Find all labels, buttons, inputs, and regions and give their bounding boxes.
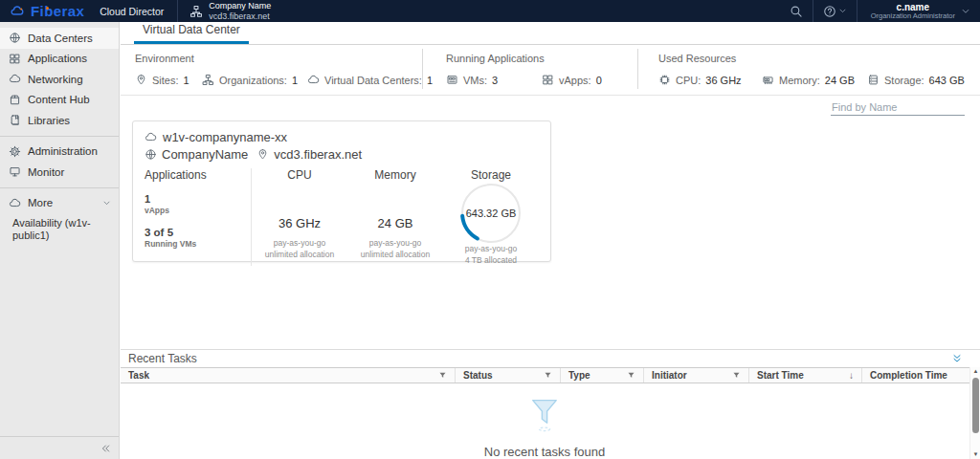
org-selector[interactable]: Company Name vcd3.fiberax.net xyxy=(178,1,282,21)
vdc-site-name: vcd3.fiberax.net xyxy=(274,147,362,162)
sidebar-item-more[interactable]: More xyxy=(0,193,119,214)
tab-bar: Virtual Data Center xyxy=(121,22,980,45)
empty-funnel-icon xyxy=(524,398,565,434)
storage-value: 643.32 GB xyxy=(459,182,523,245)
tasks-table-header: Task Status Type Initiator Start Time xyxy=(121,367,980,383)
sidebar-item-label: Applications xyxy=(28,53,87,64)
search-icon xyxy=(790,5,803,18)
scroll-down-arrow[interactable]: ▼ xyxy=(970,450,980,459)
card-col-storage: Storage 643.32 GB pay-as-you-go 4 TB all… xyxy=(443,168,539,266)
chevron-down-icon xyxy=(838,7,847,15)
stat-organizations: Organizations: 1 xyxy=(202,74,307,86)
scroll-up-arrow[interactable]: ▲ xyxy=(970,367,980,376)
storage-donut: 643.32 GB xyxy=(459,182,523,245)
vm-icon xyxy=(446,74,458,86)
more-icon xyxy=(9,197,21,209)
globe-icon xyxy=(145,148,157,161)
tab-virtual-data-center[interactable]: Virtual Data Center xyxy=(134,19,249,44)
gear-icon xyxy=(9,145,21,158)
stat-memory: Memory: 24 GB xyxy=(762,74,867,86)
tasks-empty-state: No recent tasks found xyxy=(121,398,969,459)
column-initiator: Initiator xyxy=(644,368,749,382)
sidebar-item-label: Administration xyxy=(28,145,98,157)
summary-title: Environment xyxy=(135,53,433,64)
column-status: Status xyxy=(456,368,561,382)
col-title: Storage xyxy=(443,168,539,182)
search-button[interactable] xyxy=(780,0,813,22)
summary-title: Used Resources xyxy=(658,53,965,64)
filter-icon[interactable] xyxy=(438,371,447,380)
tasks-scrollbar[interactable]: ▲ ▼ xyxy=(969,367,980,459)
col-title: Memory xyxy=(347,168,443,182)
organization-icon xyxy=(189,5,203,18)
collapse-panel-icon[interactable] xyxy=(951,353,963,364)
card-col-applications: Applications 1 vApps 3 of 5 Running VMs xyxy=(145,168,252,266)
libraries-icon xyxy=(9,114,21,126)
vdc-org-name: CompanyName xyxy=(162,147,248,162)
user-menu[interactable]: c.name Organization Administrator xyxy=(858,0,980,22)
filter-icon[interactable] xyxy=(627,371,635,380)
site-pin-icon xyxy=(256,148,269,161)
org-name: Company Name xyxy=(209,1,271,11)
sidebar-item-applications[interactable]: Applications xyxy=(0,49,119,70)
monitor-icon xyxy=(9,165,21,178)
chevron-down-icon xyxy=(961,7,970,16)
brand-name: Fiberax xyxy=(31,3,84,19)
summary-bar: Environment Sites: 1 Organizations: 1 xyxy=(121,45,980,96)
card-col-memory: Memory 24 GB pay-as-you-go unlimited all… xyxy=(347,168,443,266)
sidebar-footer xyxy=(0,436,119,459)
running-vms-count: 3 of 5 xyxy=(145,227,251,238)
data-centers-icon xyxy=(9,32,21,44)
stat-cpu: CPU: 36 GHz xyxy=(658,74,762,86)
collapse-sidebar-icon[interactable] xyxy=(100,443,111,454)
brand-logo[interactable]: Fiberax xyxy=(0,3,94,19)
sidebar-item-label: Content Hub xyxy=(28,94,90,105)
sidebar-item-label: Data Centers xyxy=(28,33,93,44)
storage-icon xyxy=(867,74,880,86)
stat-virtual-data-centers: Virtual Data Centers: 1 xyxy=(307,74,433,86)
sidebar-nav: Data Centers Applications Networking Con… xyxy=(0,22,120,459)
card-col-cpu: CPU 36 GHz pay-as-you-go unlimited alloc… xyxy=(252,168,347,266)
find-row xyxy=(121,96,980,120)
stat-storage: Storage: 643 GB xyxy=(867,74,965,86)
scrollbar-thumb[interactable] xyxy=(972,378,979,433)
find-by-name-input[interactable] xyxy=(831,99,965,116)
filter-icon[interactable] xyxy=(732,371,741,380)
sidebar-item-content-hub[interactable]: Content Hub xyxy=(0,90,119,111)
cloud-director-app: Fiberax Cloud Director Company Name vcd3… xyxy=(0,0,980,459)
vdc-cloud-icon xyxy=(307,74,320,86)
vapps-count: 1 xyxy=(145,193,251,205)
memory-allocation: unlimited allocation xyxy=(347,250,443,260)
user-role: Organization Administrator xyxy=(871,12,955,20)
col-title: Applications xyxy=(145,168,251,182)
summary-title: Running Applications xyxy=(446,53,602,64)
site-pin-icon xyxy=(135,74,147,86)
sidebar-item-label: More xyxy=(28,197,53,208)
sidebar-item-libraries[interactable]: Libraries xyxy=(0,110,119,131)
memory-icon xyxy=(762,74,774,86)
sidebar-item-networking[interactable]: Networking xyxy=(0,69,119,90)
sidebar-item-availability[interactable]: Availability (w1v-public1) xyxy=(0,213,119,246)
storage-model: pay-as-you-go xyxy=(443,244,539,254)
vdc-card-title[interactable]: w1v-companyname-xx xyxy=(145,130,539,144)
sort-desc-icon[interactable]: ↓ xyxy=(849,370,854,381)
cpu-allocation: unlimited allocation xyxy=(252,250,347,260)
sidebar-item-administration[interactable]: Administration xyxy=(0,142,119,163)
help-icon xyxy=(823,5,836,18)
recent-tasks-panel: Recent Tasks Task Status Type Initiator xyxy=(121,349,980,459)
recent-tasks-title: Recent Tasks xyxy=(128,352,197,365)
networking-icon xyxy=(9,73,21,85)
sidebar-divider xyxy=(0,187,119,188)
sidebar-item-label: Monitor xyxy=(28,166,64,178)
vdc-card: w1v-companyname-xx CompanyName vcd3.fibe… xyxy=(132,120,551,262)
sidebar-item-monitor[interactable]: Monitor xyxy=(0,162,119,183)
filter-icon[interactable] xyxy=(544,371,552,380)
help-menu[interactable] xyxy=(813,0,857,22)
column-task: Task xyxy=(121,368,456,382)
sidebar-item-label: Networking xyxy=(28,74,83,85)
content-hub-icon xyxy=(9,94,21,106)
column-completion-time: Completion Time xyxy=(862,368,980,382)
cloud-logo-icon xyxy=(8,5,27,18)
running-apps-summary: Running Applications VMs: 3 vApps: 0 xyxy=(446,53,602,86)
sidebar-item-data-centers[interactable]: Data Centers xyxy=(0,28,119,49)
